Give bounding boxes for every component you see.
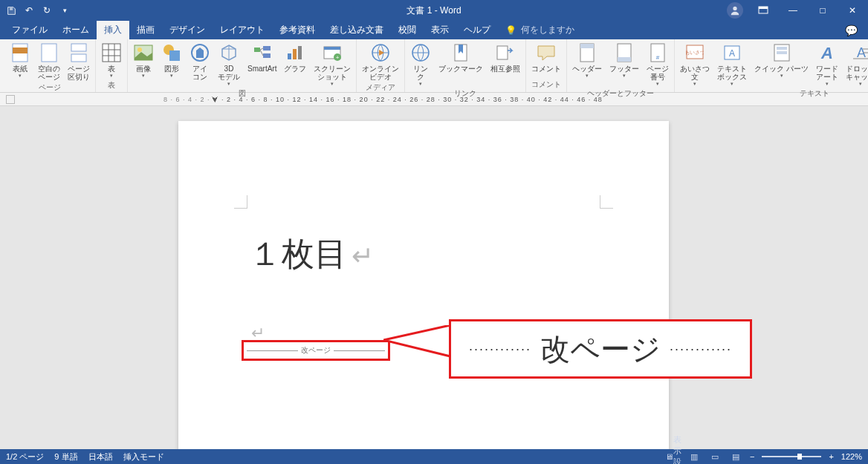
document-heading[interactable]: １枚目 [249, 236, 347, 272]
svg-rect-20 [263, 46, 271, 50]
svg-rect-7 [71, 44, 86, 51]
group-label-tables: 表 [108, 80, 115, 92]
svg-rect-19 [254, 48, 260, 52]
3d-models-button[interactable]: 3D モデル▾ [216, 41, 242, 88]
drop-cap-button[interactable]: Aドロップ キャップ▾ [843, 41, 868, 88]
maximize-button[interactable]: □ [813, 3, 832, 18]
wordart-button[interactable]: Aワード アート▾ [814, 41, 841, 88]
ruler-strip: 8 · 6 · 4 · 2 · ⮟ · 2 · 4 · 6 · 8 · 10 ·… [0, 93, 868, 106]
chart-button[interactable]: グラフ [282, 41, 308, 74]
undo-icon[interactable]: ↶ [24, 5, 34, 16]
web-layout-icon[interactable]: ▤ [729, 451, 742, 462]
tab-home[interactable]: ホーム [55, 21, 97, 39]
titlebar: ↶ ↻ ▾ 文書 1 - Word — □ ✕ [0, 0, 868, 21]
minimize-button[interactable]: — [783, 3, 803, 18]
svg-rect-0 [10, 7, 13, 10]
cross-reference-button[interactable]: 相互参照 [488, 41, 522, 74]
online-video-button[interactable]: オンライン ビデオ [360, 41, 401, 82]
paragraph-mark-icon: ↵ [352, 241, 374, 271]
group-text: あいさつあいさつ 文▾ Aテキスト ボックス▾ クイック パーツ▾ Aワード ア… [675, 39, 868, 92]
tab-selector-icon[interactable] [6, 95, 15, 104]
tab-draw[interactable]: 描画 [129, 21, 162, 39]
document-area[interactable]: １枚目↵ ↵ 改ページ [0, 106, 868, 449]
icons-button[interactable]: アイ コン [187, 41, 213, 82]
qat-customize-icon[interactable]: ▾ [59, 5, 70, 16]
group-comments: コメント コメント [526, 39, 567, 92]
svg-point-15 [137, 48, 142, 52]
footer-button[interactable]: フッター▾ [607, 41, 641, 80]
bookmark-button[interactable]: ブックマーク [436, 41, 485, 74]
status-insert-mode[interactable]: 挿入モード [123, 451, 164, 463]
tab-view[interactable]: 表示 [424, 21, 456, 39]
svg-rect-37 [580, 44, 594, 48]
pictures-button[interactable]: 画像▾ [131, 41, 156, 80]
account-icon[interactable] [727, 2, 743, 19]
smartart-button[interactable]: SmartArt [245, 41, 279, 74]
tab-file[interactable]: ファイル [4, 21, 55, 39]
zoom-in-button[interactable]: + [829, 452, 833, 461]
greeting-button[interactable]: あいさつあいさつ 文▾ [678, 41, 712, 88]
screenshot-button[interactable]: +スクリーン ショット▾ [311, 41, 353, 88]
svg-rect-5 [13, 48, 27, 53]
table-button[interactable]: 表▾ [99, 41, 124, 80]
status-page[interactable]: 1/2 ページ [6, 451, 44, 463]
svg-rect-8 [71, 54, 86, 62]
comment-button[interactable]: コメント [529, 41, 563, 74]
window-title: 文書 1 - Word [407, 4, 461, 17]
tab-insert[interactable]: 挿入 [97, 21, 129, 39]
text-box-button[interactable]: Aテキスト ボックス▾ [715, 41, 749, 88]
svg-line-23 [260, 50, 263, 56]
svg-rect-25 [293, 49, 297, 59]
zoom-level[interactable]: 122% [841, 452, 862, 461]
cover-page-button[interactable]: 表紙▾ [7, 41, 33, 80]
svg-rect-48 [777, 51, 787, 54]
svg-rect-39 [618, 57, 631, 62]
tab-design[interactable]: デザイン [162, 21, 213, 39]
svg-rect-17 [169, 50, 180, 61]
svg-marker-54 [383, 325, 450, 356]
lightbulb-icon: 💡 [505, 25, 516, 36]
quick-access-toolbar: ↶ ↻ ▾ [0, 5, 70, 16]
svg-rect-28 [324, 47, 340, 50]
redo-icon[interactable]: ↻ [42, 5, 52, 16]
read-mode-icon[interactable]: ▥ [687, 451, 701, 462]
tell-me[interactable]: 💡 何をしますか [505, 24, 574, 36]
ribbon: 表紙▾ 空白の ページ ページ 区切り ページ 表▾ 表 画像▾ 図形▾ アイ … [0, 39, 868, 93]
close-button[interactable]: ✕ [843, 3, 862, 18]
zoom-out-button[interactable]: − [750, 452, 754, 461]
horizontal-ruler[interactable]: 8 · 6 · 4 · 2 · ⮟ · 2 · 4 · 6 · 8 · 10 ·… [163, 96, 603, 103]
svg-rect-21 [263, 53, 271, 58]
group-media: オンライン ビデオ メディア [357, 39, 405, 92]
tab-mailings[interactable]: 差し込み文書 [323, 21, 391, 39]
margin-corner-tr [600, 195, 613, 209]
tab-references[interactable]: 参考資料 [272, 21, 323, 39]
svg-text:#: # [656, 54, 660, 61]
svg-text:+: + [336, 54, 340, 61]
tab-help[interactable]: ヘルプ [456, 21, 498, 39]
svg-point-1 [733, 7, 736, 10]
svg-rect-47 [777, 47, 787, 50]
svg-rect-24 [288, 53, 291, 59]
zoom-slider[interactable] [762, 456, 821, 457]
quick-parts-button[interactable]: クイック パーツ▾ [752, 41, 811, 80]
status-words[interactable]: 9 単語 [54, 451, 77, 463]
status-language[interactable]: 日本語 [88, 451, 113, 463]
ribbon-display-options-icon[interactable] [754, 3, 773, 18]
tab-layout[interactable]: レイアウト [213, 21, 272, 39]
group-label-text: テキスト [800, 88, 829, 100]
page-1[interactable]: １枚目↵ ↵ 改ページ [178, 121, 669, 449]
dotted-line-right: ············ [670, 342, 732, 357]
comments-pane-icon[interactable]: 💬 [845, 24, 868, 36]
tab-review[interactable]: 校閲 [391, 21, 424, 39]
shapes-button[interactable]: 図形▾ [159, 41, 184, 80]
header-button[interactable]: ヘッダー▾ [570, 41, 604, 80]
group-label-pages: ページ [39, 82, 61, 94]
save-icon[interactable] [6, 5, 16, 16]
page-number-button[interactable]: #ページ 番号▾ [644, 41, 671, 88]
display-settings-button[interactable]: 🖥 表示設定 [667, 451, 680, 462]
blank-page-button[interactable]: 空白の ページ [36, 41, 62, 82]
print-layout-icon[interactable]: ▭ [708, 451, 722, 462]
link-button[interactable]: リン ク▾ [408, 41, 433, 88]
page-break-marker-highlight: 改ページ [242, 340, 390, 361]
page-break-button[interactable]: ページ 区切り [65, 41, 92, 82]
